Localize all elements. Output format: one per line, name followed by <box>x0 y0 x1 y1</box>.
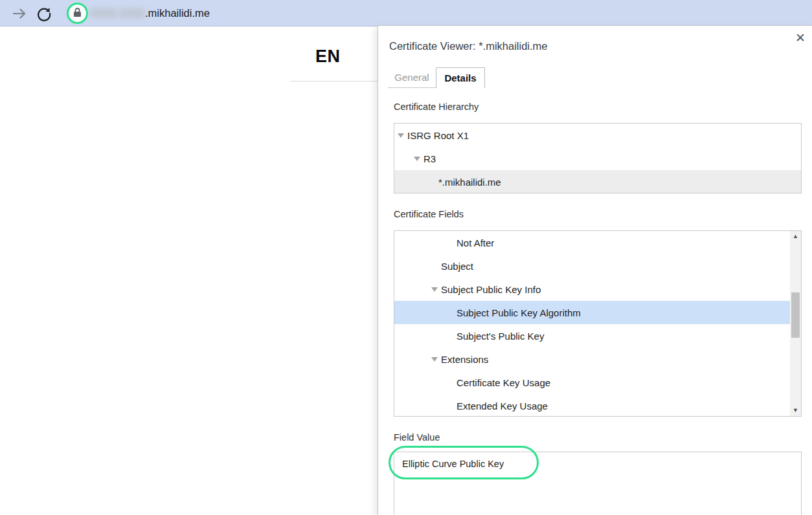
field-label: Not After <box>457 237 494 248</box>
field-label: Subject Public Key Algorithm <box>457 307 581 318</box>
field-label: Extensions <box>441 354 488 365</box>
tab-details[interactable]: Details <box>436 67 485 88</box>
address-bar-url[interactable]: .mikhailidi.me <box>145 0 210 27</box>
scroll-down-button[interactable]: ▼ <box>790 405 801 416</box>
tree-node-leaf-selected[interactable]: *.mikhailidi.me <box>394 170 801 193</box>
scroll-down-icon: ▼ <box>793 407 798 413</box>
scrollbar[interactable]: ▲ ▼ <box>790 231 801 416</box>
reload-button[interactable] <box>36 5 52 22</box>
certificate-fields-tree: Not After Subject Subject Public Key Inf… <box>394 230 802 417</box>
tree-node-root[interactable]: ISRG Root X1 <box>394 124 801 147</box>
forward-arrow-icon <box>11 5 28 22</box>
reload-icon <box>36 5 52 22</box>
expander-icon[interactable] <box>431 357 438 362</box>
close-button[interactable]: ✕ <box>793 31 807 45</box>
field-row[interactable]: Not After <box>394 231 791 254</box>
field-label: Subject's Public Key <box>457 331 544 342</box>
certificate-hierarchy-label: Certificate Hierarchy <box>394 102 479 112</box>
tab-strip-divider <box>388 87 436 88</box>
scroll-up-button[interactable]: ▲ <box>790 231 801 242</box>
field-label: Subject Public Key Info <box>441 284 541 295</box>
field-value-label: Field Value <box>394 432 440 443</box>
field-row[interactable]: Subject <box>394 254 791 278</box>
close-icon: ✕ <box>795 31 806 45</box>
tree-node-label: ISRG Root X1 <box>407 130 469 141</box>
language-toggle[interactable]: EN <box>315 47 341 67</box>
expander-icon[interactable] <box>414 157 420 161</box>
tree-node-intermediate[interactable]: R3 <box>394 147 801 170</box>
site-security-button[interactable] <box>67 3 88 24</box>
field-label: Certificate Key Usage <box>457 377 550 388</box>
header-divider <box>291 81 388 82</box>
certificate-hierarchy-tree: ISRG Root X1 R3 *.mikhailidi.me <box>394 123 802 193</box>
field-label: Extended Key Usage <box>457 400 548 411</box>
tree-node-label: R3 <box>423 153 436 164</box>
certificate-viewer-dialog: ✕ Certificate Viewer: *.mikhailidi.me Ge… <box>378 25 812 515</box>
field-label: Subject <box>441 261 473 272</box>
forward-button[interactable] <box>11 5 28 22</box>
redacted-url-segment <box>90 8 117 18</box>
scroll-up-icon: ▲ <box>793 233 798 239</box>
field-row-selected[interactable]: Subject Public Key Algorithm <box>394 301 791 324</box>
scrollbar-thumb[interactable] <box>791 292 800 338</box>
tree-node-label: *.mikhailidi.me <box>438 177 501 188</box>
field-value-text: Elliptic Curve Public Key <box>402 459 504 469</box>
field-value-box[interactable]: Elliptic Curve Public Key <box>394 452 802 515</box>
field-row[interactable]: Extensions <box>394 347 791 371</box>
field-row[interactable]: Certificate Key Usage <box>394 371 791 394</box>
browser-toolbar: .mikhailidi.me <box>0 0 812 27</box>
lock-icon <box>73 7 82 20</box>
field-row[interactable]: Subject Public Key Info <box>394 278 791 301</box>
field-row[interactable]: Extended Key Usage <box>394 394 791 417</box>
field-row[interactable]: Subject's Public Key <box>394 324 791 347</box>
tab-general[interactable]: General <box>388 68 436 87</box>
redacted-url-segment <box>119 8 145 18</box>
expander-icon[interactable] <box>431 287 438 292</box>
expander-icon[interactable] <box>398 133 404 138</box>
certificate-fields-label: Certificate Fields <box>394 209 464 219</box>
dialog-title: Certificate Viewer: *.mikhailidi.me <box>389 40 548 52</box>
